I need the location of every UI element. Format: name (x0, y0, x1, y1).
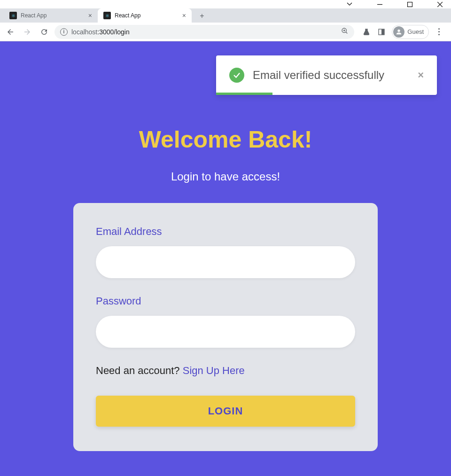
toast-notification: Email verified successfully × (216, 55, 437, 95)
password-label: Password (96, 295, 355, 307)
tab-title: React App (21, 12, 47, 19)
react-favicon-icon (103, 12, 111, 19)
labs-icon[interactable] (362, 27, 371, 37)
check-icon (229, 68, 244, 83)
svg-rect-9 (381, 29, 384, 35)
avatar-icon (393, 26, 404, 38)
password-input[interactable] (96, 316, 355, 348)
window-controls (0, 0, 451, 8)
site-info-icon[interactable]: i (60, 28, 68, 36)
window-dropdown-icon[interactable] (340, 0, 359, 8)
toast-progress-bar (216, 93, 272, 95)
close-tab-icon[interactable]: × (182, 12, 186, 19)
svg-point-10 (398, 29, 400, 31)
browser-tab[interactable]: React App × (4, 8, 98, 23)
close-tab-icon[interactable]: × (88, 12, 92, 19)
signup-link[interactable]: Sign Up Here (183, 365, 245, 376)
page-subtitle: Login to have access! (171, 170, 280, 183)
address-bar[interactable]: i localhost:3000/login (54, 25, 354, 39)
tab-bar: React App × React App × + (0, 8, 451, 23)
toast-close-button[interactable]: × (418, 69, 424, 81)
profile-chip[interactable]: Guest (392, 25, 429, 39)
minimize-button[interactable] (370, 0, 389, 8)
profile-label: Guest (407, 28, 424, 35)
tab-title: React App (115, 12, 140, 19)
maximize-button[interactable] (400, 0, 419, 8)
email-label: Email Address (96, 226, 355, 238)
close-window-button[interactable] (430, 0, 449, 8)
url-text: localhost:3000/login (71, 28, 337, 36)
browser-menu-button[interactable] (435, 28, 443, 35)
browser-tab[interactable]: React App × (98, 8, 192, 23)
svg-line-5 (346, 32, 347, 33)
login-card: Email Address Password Need an account? … (73, 203, 378, 451)
signup-prompt: Need an account? Sign Up Here (96, 365, 355, 377)
forward-button[interactable] (21, 25, 34, 39)
reload-button[interactable] (38, 25, 51, 39)
toast-message: Email verified successfully (253, 69, 409, 82)
browser-toolbar: i localhost:3000/login Guest (0, 23, 451, 41)
react-favicon-icon (9, 12, 17, 19)
login-button[interactable]: LOGIN (96, 396, 355, 427)
email-input[interactable] (96, 246, 355, 278)
page-content: Email verified successfully × Welcome Ba… (0, 41, 451, 476)
back-button[interactable] (4, 25, 17, 39)
panel-icon[interactable] (377, 27, 386, 37)
svg-rect-1 (407, 2, 412, 7)
zoom-icon[interactable] (341, 27, 349, 36)
new-tab-button[interactable]: + (195, 9, 209, 23)
page-title: Welcome Back! (139, 126, 312, 153)
